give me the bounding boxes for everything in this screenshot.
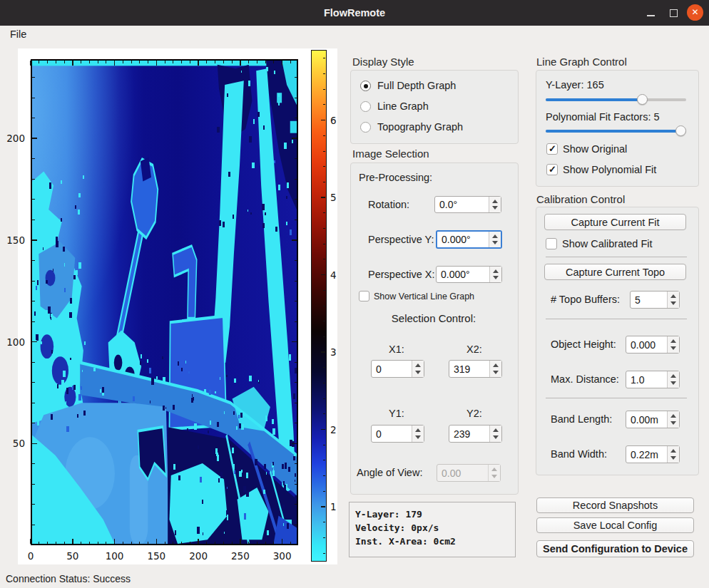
object-height-spin-arrows[interactable] — [667, 336, 679, 353]
send-configuration-button[interactable]: Send Configuration to Device — [536, 540, 694, 557]
telemetry-y-layer: Y-Layer: 179 — [355, 507, 515, 521]
calibration-control-title: Calibration Control — [536, 193, 625, 205]
tick-mark — [323, 151, 325, 152]
spin-up-icon — [492, 200, 498, 203]
minimize-button[interactable] — [641, 0, 662, 26]
x1-spinbox[interactable]: 0 — [371, 360, 424, 378]
spin-down-icon — [415, 371, 421, 374]
selection-control-label: Selection Control: — [350, 312, 517, 324]
rotation-spin-arrows[interactable] — [489, 197, 501, 212]
perspective-x-spinbox[interactable]: 0.000° — [436, 266, 502, 283]
slider-fill — [546, 130, 680, 133]
band-width-spinbox[interactable]: 0.22m — [626, 445, 680, 463]
capture-current-topo-button[interactable]: Capture Current Topo — [544, 264, 686, 280]
tick-label: 150 — [6, 234, 25, 246]
radio-topography-graph[interactable] — [360, 122, 371, 133]
x1-spin-arrows[interactable] — [412, 361, 424, 377]
perspective-y-spinbox[interactable]: 0.000° — [436, 230, 502, 249]
slider-knob[interactable] — [637, 94, 648, 105]
separator — [546, 257, 687, 257]
y1-value: 0 — [372, 428, 412, 440]
spin-down-icon — [670, 381, 676, 385]
menu-file[interactable]: File — [0, 26, 36, 43]
maximize-icon — [670, 9, 678, 17]
connection-status: Connection Status: Success — [6, 570, 131, 587]
poly-fit-slider[interactable] — [546, 125, 686, 136]
tick-mark — [323, 321, 325, 321]
x1-value: 0 — [372, 363, 412, 375]
radio-line-graph[interactable] — [360, 101, 371, 112]
preprocessing-label: Pre-Processing: — [359, 172, 432, 183]
spin-down-icon — [492, 241, 498, 244]
depth-plot-axes: 05010015020025030050100150200 — [31, 59, 298, 545]
object-height-spinbox[interactable]: 0.000 — [626, 336, 680, 354]
max-distance-spinbox[interactable]: 1.0 — [626, 371, 680, 388]
colorbar: 123456 — [311, 50, 327, 562]
close-icon — [687, 4, 703, 21]
maximize-button[interactable] — [663, 0, 685, 26]
show-calibrated-fit-checkbox[interactable] — [546, 238, 557, 249]
colorbar-ticks: 123456 — [312, 51, 326, 561]
close-button[interactable] — [685, 0, 706, 26]
band-length-spin-arrows[interactable] — [667, 411, 679, 428]
tick-mark — [323, 413, 325, 414]
radio-full-depth-graph[interactable] — [360, 81, 371, 91]
tick-mark — [323, 475, 325, 476]
show-original-checkbox[interactable] — [546, 143, 558, 155]
tick-label: 4 — [330, 269, 337, 281]
tick-mark — [323, 383, 325, 383]
spin-down-icon — [670, 301, 676, 305]
rotation-spinbox[interactable]: 0.0° — [434, 196, 501, 213]
depth-image[interactable] — [31, 59, 298, 545]
telemetry-x-area: Inst. X-Area: 0cm2 — [355, 535, 515, 548]
tick-mark — [323, 166, 325, 167]
titlebar: FlowRemote — [0, 0, 709, 26]
spin-up-icon — [415, 428, 421, 432]
max-distance-value: 1.0 — [626, 374, 667, 386]
tick-label: 6 — [330, 115, 337, 126]
x2-label: X2: — [446, 344, 503, 355]
spin-up-icon — [493, 269, 499, 273]
record-snapshots-button[interactable]: Record Snapshots — [536, 497, 694, 513]
spin-down-icon — [670, 346, 676, 350]
topo-buffers-spinbox[interactable]: 5 — [630, 291, 680, 309]
max-distance-spin-arrows[interactable] — [667, 371, 679, 388]
tick-mark — [323, 306, 325, 306]
y1-spinbox[interactable]: 0 — [371, 425, 424, 443]
spin-up-icon — [491, 468, 497, 471]
tick-mark — [323, 398, 325, 399]
y-layer-slider[interactable] — [546, 94, 686, 105]
spin-up-icon — [670, 339, 676, 343]
depth-plot-panel: 05010015020025030050100150200 123456 — [18, 48, 337, 564]
tick-label: 1 — [330, 501, 337, 512]
band-length-label: Band Length: — [551, 413, 612, 425]
band-width-spin-arrows[interactable] — [667, 446, 679, 463]
tick-mark — [321, 274, 325, 275]
capture-current-fit-button[interactable]: Capture Current Fit — [544, 214, 686, 230]
tick-mark — [323, 244, 325, 244]
perspective-x-spin-arrows[interactable] — [489, 267, 501, 282]
tick-mark — [323, 491, 325, 492]
display-style-title: Display Style — [352, 56, 414, 68]
x2-spinbox[interactable]: 319 — [449, 360, 502, 378]
slider-knob[interactable] — [675, 125, 686, 136]
tick-mark — [323, 460, 325, 460]
flowremote-window: FlowRemote File — [0, 0, 709, 588]
spin-down-icon — [670, 421, 676, 425]
topo-buffers-spin-arrows[interactable] — [667, 292, 679, 308]
show-polynomial-fit-checkbox[interactable] — [546, 164, 558, 175]
separator — [546, 319, 687, 319]
band-length-spinbox[interactable]: 0.00m — [626, 411, 680, 428]
show-vertical-line-graph-checkbox[interactable] — [359, 291, 369, 301]
y2-spin-arrows[interactable] — [489, 425, 501, 442]
tick-mark — [323, 537, 325, 538]
y2-spinbox[interactable]: 239 — [449, 425, 502, 443]
save-local-config-button[interactable]: Save Local Config — [536, 517, 694, 533]
spin-up-icon — [670, 294, 676, 298]
band-width-label: Band Width: — [551, 448, 607, 460]
perspective-y-spin-arrows[interactable] — [489, 232, 501, 247]
y1-spin-arrows[interactable] — [412, 425, 424, 442]
tick-label: 50 — [66, 550, 78, 562]
tick-mark — [323, 89, 325, 90]
x2-spin-arrows[interactable] — [489, 361, 501, 377]
